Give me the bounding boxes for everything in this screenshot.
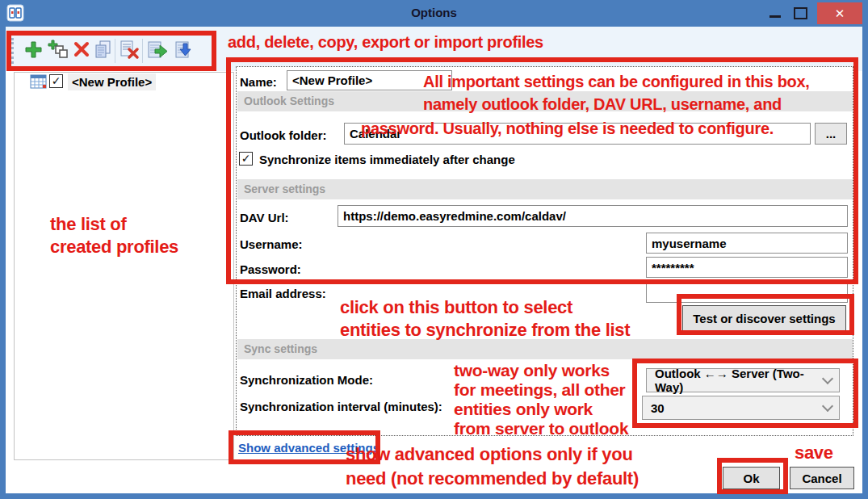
password-label: Password: [240,262,301,276]
password-input[interactable] [646,257,848,278]
username-label: Username: [240,237,303,251]
username-input[interactable] [646,233,848,254]
options-window: Options ✕ [0,0,868,499]
ok-button[interactable]: Ok [723,467,780,489]
annotation-test-line2: entities to synchronize from the list [340,320,630,341]
sync-settings-header: Sync settings [237,339,853,359]
minimize-icon[interactable] [769,15,781,18]
annotation-advanced-line1: show advanced options only if you [346,444,633,465]
maximize-icon[interactable] [794,7,807,19]
annotation-mode-line3: entities only work [454,400,593,419]
sync-interval-label: Synchronization interval (minutes): [240,400,442,413]
add-multiple-profiles-icon [48,40,69,61]
toolbar-separator [115,39,115,63]
dav-url-input[interactable] [338,205,848,227]
copy-profile-icon [92,40,113,61]
export-profiles-icon [145,40,168,61]
annotation-save: save [795,442,833,463]
annotation-settings-line2: namely outlook folder, DAV URL, username… [423,95,782,114]
calendar-icon [30,74,47,92]
import-profiles-icon [172,40,193,61]
sync-interval-value: 30 [651,401,665,415]
annotation-mode-line1: two-way only works [454,361,610,380]
test-discover-button[interactable]: Test or discover settings [682,305,846,331]
copy-profile-button[interactable] [92,40,113,64]
delete-cache-button[interactable] [118,40,140,64]
add-multiple-profiles-button[interactable] [48,40,69,64]
toolbar-separator [142,39,143,63]
name-label: Name: [240,75,277,89]
annotation-settings-line1: All important settings can be configured… [423,73,810,91]
title-bar: Options ✕ [0,0,868,27]
add-profile-icon [23,40,44,60]
dav-url-label: DAV Url: [240,211,289,224]
sync-interval-dropdown[interactable]: 30 [642,396,840,420]
profiles-list[interactable] [14,72,234,460]
browse-folder-button[interactable]: ... [815,123,847,145]
outlook-folder-label: Outlook folder: [240,128,327,142]
email-input[interactable] [646,282,848,303]
annotation-mode-line4: from server to outlook [454,419,628,438]
close-button[interactable]: ✕ [817,2,862,24]
sync-mode-label: Synchronization Mode: [240,373,373,387]
sync-immediately-label: Synchronize items immediately after chan… [259,153,515,166]
cancel-button[interactable]: Cancel [790,467,854,489]
email-label: Email address: [240,287,326,300]
delete-profile-button[interactable] [72,40,91,62]
close-icon: ✕ [835,6,845,21]
annotation-settings-line3: password. Usually, nothing else is neede… [361,120,774,138]
chevron-down-icon [822,400,833,412]
server-settings-header: Server settings [237,179,853,199]
window-title: Options [0,6,868,19]
export-profiles-button[interactable] [145,40,168,64]
annotation-test-line1: click on this button to select [340,297,572,318]
annotation-toolbar: add, delete, copy, export or import prof… [228,33,543,52]
sync-mode-value: Outlook ←→ Server (Two-Way) [655,367,831,394]
annotation-list-line1: the list of [50,214,126,235]
annotation-list-line2: created profiles [50,237,178,258]
import-profiles-button[interactable] [172,40,193,64]
delete-profile-icon [72,40,91,59]
sync-mode-dropdown[interactable]: Outlook ←→ Server (Two-Way) [646,368,840,392]
annotation-mode-line2: for meetings, all other [454,380,625,400]
toolbar-grip[interactable] [11,38,14,64]
annotation-advanced-line2: need (not recommended by default) [346,468,639,489]
profile-checkbox[interactable] [49,74,63,88]
delete-cache-icon [118,40,140,61]
add-profile-button[interactable] [23,40,44,63]
sync-immediately-checkbox[interactable] [239,152,253,166]
profile-list-item[interactable]: <New Profile> [68,73,156,90]
